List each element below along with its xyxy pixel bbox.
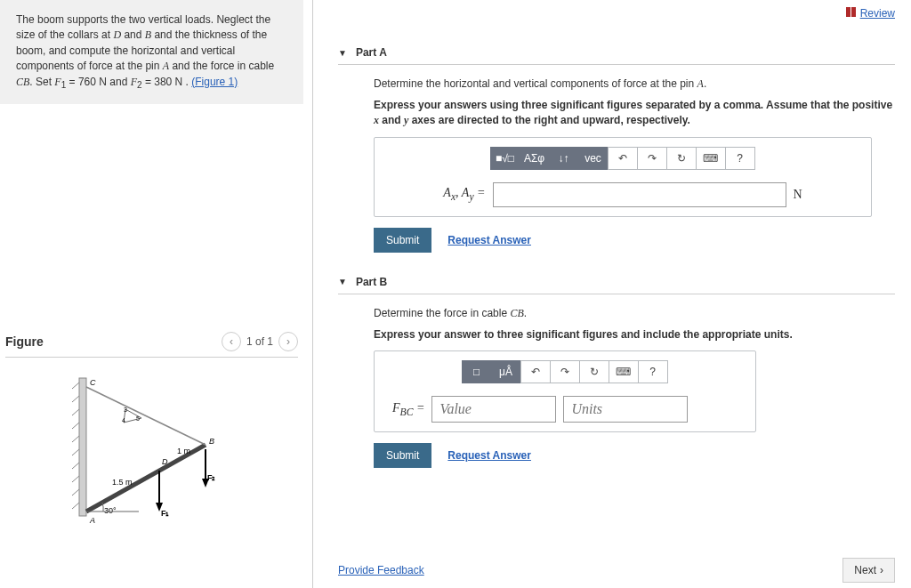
svg-line-3 [72,409,79,415]
part-a-input-row: Ax, Ay = N [383,182,862,207]
undo-button[interactable]: ↶ [520,360,551,383]
part-a-answer-input[interactable] [493,182,786,207]
part-a-request-answer[interactable]: Request Answer [447,234,531,246]
reset-button[interactable]: ↻ [666,147,697,170]
part-b-question: Determine the force in cable CB. [374,307,895,320]
part-a-label: Part A [356,46,387,59]
provide-feedback-link[interactable]: Provide Feedback [338,564,424,576]
figure-header: Figure ‹ 1 of 1 › [5,326,298,358]
figure-title: Figure [5,334,44,349]
svg-text:B: B [209,437,214,446]
help-button[interactable]: ? [725,147,755,170]
part-b-units-input[interactable] [563,396,688,423]
svg-text:F₁: F₁ [161,509,170,518]
figure-link[interactable]: (Figure 1) [191,76,238,88]
units-symbol-button[interactable]: μÅ [491,360,521,383]
svg-line-10 [72,503,79,509]
caret-down-icon: ▼ [338,48,347,58]
svg-text:5: 5 [136,415,140,422]
next-button[interactable]: Next› [842,558,895,583]
redo-button[interactable]: ↷ [637,147,667,170]
svg-text:4: 4 [122,417,125,423]
svg-line-12 [86,387,206,445]
undo-button[interactable]: ↶ [608,147,638,170]
part-b-input-row: FBC = [383,396,746,423]
bottom-bar: Provide Feedback Next› [338,558,895,583]
part-a-submit-row: Submit Request Answer [374,228,895,253]
svg-line-7 [72,463,79,469]
svg-text:F₂: F₂ [207,473,216,482]
svg-line-2 [72,396,79,402]
scripts-button[interactable]: ↓↑ [549,147,579,170]
figure-count: 1 of 1 [246,335,273,348]
part-a-var-label: Ax, Ay = [443,186,485,203]
part-a-submit-button[interactable]: Submit [374,228,431,253]
part-b-var-label: FBC = [392,401,424,418]
part-b-answer-box: □ μÅ ↶ ↷ ↻ ⌨ ? FBC = [374,350,756,432]
part-a-question: Determine the horizontal and vertical co… [374,77,895,91]
part-a: ▼ Part A Determine the horizontal and ve… [338,41,895,253]
svg-text:30°: 30° [104,506,117,515]
part-b-toolbar: □ μÅ ↶ ↷ ↻ ⌨ ? [383,360,746,383]
svg-text:3: 3 [124,407,127,413]
figure-nav: ‹ 1 of 1 › [222,332,298,351]
redo-button[interactable]: ↷ [550,360,580,383]
svg-text:1.5 m: 1.5 m [112,478,133,487]
svg-text:D: D [162,457,168,466]
problem-statement: The boom supports the two vertical loads… [0,0,303,104]
left-panel: The boom supports the two vertical loads… [0,0,313,588]
svg-line-8 [72,476,79,482]
svg-line-9 [72,489,79,495]
part-b-instruction: Express your answer to three significant… [374,327,895,342]
svg-line-5 [72,436,79,442]
part-b: ▼ Part B Determine the force in cable CB… [338,270,895,469]
figure-next-button[interactable]: › [278,332,298,351]
part-b-submit-button[interactable]: Submit [374,443,431,468]
chevron-right-icon: › [880,564,883,576]
part-b-submit-row: Submit Request Answer [374,443,895,468]
keyboard-button[interactable]: ⌨ [696,147,726,170]
svg-rect-31 [846,7,851,17]
part-a-answer-box: ■√□ ΑΣφ ↓↑ vec ↶ ↷ ↻ ⌨ ? Ax, Ay = N [374,137,872,217]
help-button[interactable]: ? [638,360,668,383]
vec-button[interactable]: vec [578,147,609,170]
svg-line-4 [72,423,79,429]
templates-button[interactable]: □ [462,360,492,383]
part-b-header[interactable]: ▼ Part B [338,270,895,294]
figure-section: Figure ‹ 1 of 1 › [0,326,303,527]
keyboard-button[interactable]: ⌨ [609,360,639,383]
flag-icon [846,7,857,20]
part-b-label: Part B [356,276,387,288]
reset-button[interactable]: ↻ [579,360,609,383]
svg-rect-32 [851,7,856,17]
figure-prev-button[interactable]: ‹ [222,332,241,351]
svg-rect-0 [79,378,86,516]
part-a-instruction: Express your answers using three signifi… [374,98,895,128]
svg-line-1 [72,383,79,389]
svg-text:1 m: 1 m [177,447,190,455]
figure-diagram: C B D A F₁ F₂ 1 m 1.5 m 30° 3 5 4 [5,366,298,527]
caret-down-icon: ▼ [338,277,347,286]
part-a-header[interactable]: ▼ Part A [338,41,895,65]
review-link[interactable]: Review [338,7,895,20]
right-panel: Review ▼ Part A Determine the horizontal… [313,0,911,588]
templates-button[interactable]: ■√□ [490,147,520,170]
part-a-toolbar: ■√□ ΑΣφ ↓↑ vec ↶ ↷ ↻ ⌨ ? [383,147,862,170]
part-b-value-input[interactable] [431,396,556,423]
svg-text:A: A [89,516,95,525]
svg-text:C: C [90,378,96,387]
symbols-button[interactable]: ΑΣφ [520,147,550,170]
part-a-unit: N [794,188,802,202]
svg-line-6 [72,449,79,455]
part-b-request-answer[interactable]: Request Answer [447,449,531,462]
